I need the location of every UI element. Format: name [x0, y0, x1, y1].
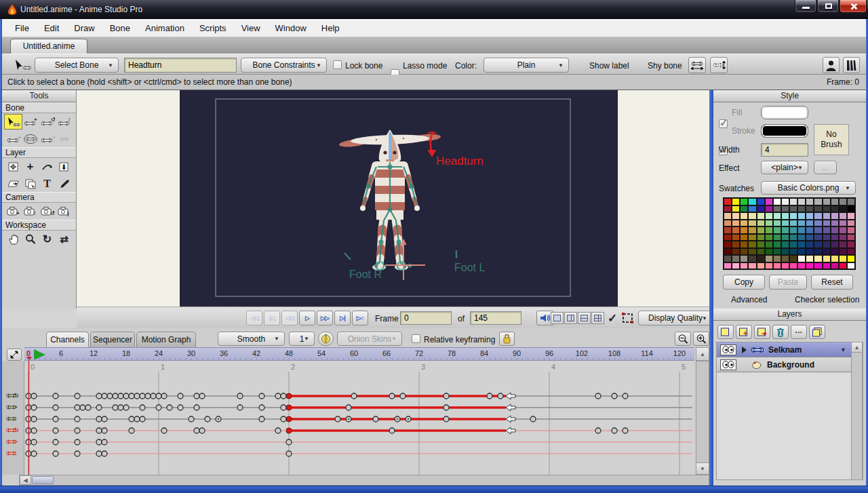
foot-r-tick[interactable] [344, 253, 351, 260]
palette-swatch-r7c9[interactable] [797, 248, 806, 256]
keyframe[interactable] [53, 451, 58, 456]
palette-swatch-r6c0[interactable] [724, 241, 732, 248]
keyframe-track-area[interactable]: 012345 [24, 361, 694, 475]
palette-swatch-r0c10[interactable] [806, 198, 814, 205]
range-start-key[interactable] [286, 428, 292, 433]
keyframe[interactable] [102, 416, 107, 422]
fill-color-swatch[interactable] [761, 106, 808, 119]
total-frames-input[interactable] [470, 311, 521, 325]
keyframe[interactable] [623, 428, 628, 433]
close-button[interactable] [840, 0, 867, 13]
step-forward-button[interactable]: ▷▷ [317, 311, 333, 326]
keyframe[interactable] [275, 393, 281, 399]
palette-swatch-r7c7[interactable] [781, 248, 789, 256]
palette-swatch-r0c11[interactable] [814, 198, 822, 205]
palette-swatch-r7c6[interactable] [773, 248, 781, 256]
palette-swatch-r9c5[interactable] [765, 262, 773, 270]
keyframe[interactable] [107, 393, 113, 399]
onion-skin-toggle-button[interactable] [318, 332, 334, 346]
keyframe[interactable] [53, 428, 58, 433]
keyframe[interactable] [286, 439, 292, 445]
palette-swatch-r6c7[interactable] [781, 241, 789, 248]
view-layout-single-button[interactable] [551, 312, 564, 324]
palette-swatch-r2c11[interactable] [814, 212, 822, 220]
palette-swatch-r8c5[interactable] [765, 255, 773, 262]
keyframe[interactable] [151, 393, 156, 399]
palette-swatch-r3c10[interactable] [806, 220, 814, 227]
palette-swatch-r1c15[interactable] [847, 205, 855, 213]
stroke-color-swatch[interactable] [761, 124, 808, 138]
palette-swatch-r9c15[interactable] [847, 262, 855, 270]
keyframe[interactable] [161, 393, 167, 399]
palette-swatch-r7c14[interactable] [839, 248, 847, 256]
menu-window[interactable]: Window [268, 20, 314, 37]
keyframe[interactable] [134, 393, 140, 399]
keyframe[interactable] [118, 393, 123, 399]
palette-swatch-r9c14[interactable] [839, 262, 847, 270]
keyframe[interactable] [96, 439, 102, 445]
keyframe[interactable] [31, 439, 37, 445]
palette-swatch-r5c14[interactable] [839, 234, 847, 241]
palette-swatch-r7c13[interactable] [831, 248, 839, 256]
keyframe[interactable] [129, 416, 134, 422]
palette-swatch-r1c9[interactable] [797, 205, 806, 213]
keyframe[interactable] [156, 405, 161, 410]
panel-divider[interactable] [709, 90, 713, 486]
palette-swatch-r5c1[interactable] [732, 234, 740, 241]
keyframe[interactable] [113, 393, 118, 399]
keyframe[interactable] [281, 405, 286, 410]
keyframe[interactable] [167, 405, 172, 410]
layers-scroll-up-button[interactable]: ▲ [851, 342, 863, 353]
palette-swatch-r8c6[interactable] [773, 255, 781, 262]
keyframe[interactable] [96, 416, 102, 422]
keyframe[interactable] [123, 393, 129, 399]
palette-swatch-r5c11[interactable] [814, 234, 822, 241]
display-quality-dropdown[interactable]: Display Quality▼ [638, 311, 713, 326]
keyframe[interactable] [612, 428, 617, 433]
timeline-tab-motion-graph[interactable]: Motion Graph [136, 332, 196, 347]
palette-swatch-r3c6[interactable] [773, 220, 781, 227]
palette-swatch-r2c15[interactable] [847, 212, 855, 220]
palette-swatch-r2c7[interactable] [781, 212, 789, 220]
palette-swatch-r3c4[interactable] [757, 220, 765, 227]
keyframe[interactable] [140, 393, 145, 399]
tool-add-bone[interactable]: + [22, 115, 39, 129]
track-icon-bone-scale[interactable]: ↕ [7, 414, 20, 424]
tool-bone-strength[interactable] [22, 132, 39, 146]
palette-swatch-r7c4[interactable] [757, 248, 765, 256]
palette-swatch-r8c2[interactable] [740, 255, 748, 262]
timeline-h-scrollbar-thumb[interactable] [32, 476, 54, 484]
range-start-key[interactable] [286, 416, 292, 422]
keyframe[interactable] [612, 393, 617, 399]
palette-swatch-r9c13[interactable] [831, 262, 839, 270]
palette-swatch-r3c5[interactable] [765, 220, 773, 227]
palette-swatch-r4c15[interactable] [847, 226, 855, 234]
palette-swatch-r0c15[interactable] [847, 198, 855, 205]
frame-input[interactable] [400, 311, 452, 325]
range-end-arrow[interactable] [506, 404, 515, 411]
palette-swatch-r6c11[interactable] [814, 241, 822, 248]
keyframe[interactable] [373, 416, 378, 422]
keyframe[interactable] [53, 393, 58, 399]
layer-visibility-toggle[interactable] [720, 359, 736, 370]
tool-follow-path[interactable]: ⬇ [56, 159, 73, 174]
keyframe[interactable] [80, 405, 85, 410]
keyframe[interactable] [205, 416, 210, 422]
keyframe[interactable] [623, 393, 628, 399]
keyframe[interactable] [189, 416, 194, 422]
palette-swatch-r8c10[interactable] [806, 255, 814, 262]
palette-swatch-r5c7[interactable] [781, 234, 789, 241]
tool-zoom-camera[interactable]: ↕ [22, 204, 39, 218]
palette-swatch-r3c14[interactable] [839, 220, 847, 227]
menu-animation[interactable]: Animation [138, 20, 192, 37]
palette-swatch-r0c7[interactable] [781, 198, 789, 205]
palette-swatch-r1c2[interactable] [740, 205, 748, 213]
palette-swatch-r2c14[interactable] [839, 212, 847, 220]
palette-swatch-r8c7[interactable] [781, 255, 789, 262]
keyframe[interactable] [75, 405, 80, 410]
palette-swatch-r1c0[interactable] [724, 205, 732, 213]
stretch-bone-v-button[interactable] [710, 57, 728, 73]
palette-swatch-r0c0[interactable] [724, 198, 732, 205]
palette-swatch-r9c6[interactable] [773, 262, 781, 270]
palette-swatch-r4c8[interactable] [789, 226, 797, 234]
